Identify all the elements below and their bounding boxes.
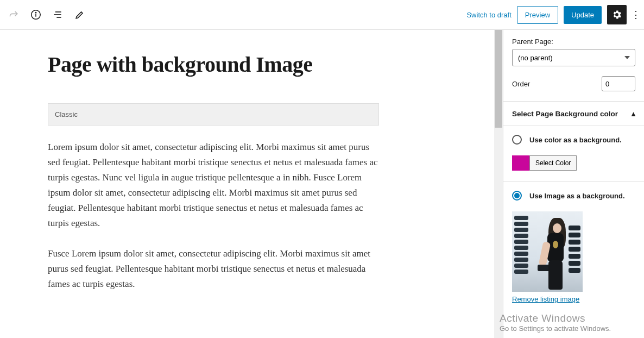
- use-image-label: Use Image as a background.: [529, 192, 625, 200]
- remove-image-link[interactable]: Remove listing image: [512, 295, 579, 303]
- bg-panel-title: Select Page Background color: [512, 110, 618, 118]
- settings-button[interactable]: [607, 5, 627, 24]
- parent-page-select-wrap: (no parent): [512, 49, 635, 66]
- page-title[interactable]: Page with background Image: [48, 52, 379, 77]
- editor-canvas[interactable]: Page with background Image Classic Lorem…: [0, 30, 494, 338]
- main-area: Page with background Image Classic Lorem…: [0, 30, 644, 338]
- parent-page-select[interactable]: (no parent): [512, 49, 635, 66]
- color-swatch[interactable]: [512, 155, 529, 171]
- topbar-right-actions: Switch to draft Preview Update ⋮: [466, 5, 640, 24]
- info-button[interactable]: [26, 5, 46, 24]
- use-color-radio[interactable]: [512, 135, 522, 145]
- preview-dumbbell-rack: [569, 226, 580, 280]
- preview-dumbbell-rack: [514, 216, 528, 286]
- page-attributes-panel: Parent Page: (no parent) Order: [503, 30, 644, 102]
- select-color-button[interactable]: Select Color: [529, 155, 577, 171]
- bg-color-section: Use color as a background. Select Color: [503, 126, 644, 182]
- order-row: Order: [512, 76, 635, 91]
- bg-image-section: Use Image as a background. Remove listin…: [503, 182, 644, 312]
- svg-point-2: [35, 12, 36, 13]
- topbar-left-tools: [4, 5, 89, 24]
- paragraph[interactable]: Lorem ipsum dolor sit amet, consectetur …: [48, 140, 379, 231]
- switch-to-draft-link[interactable]: Switch to draft: [466, 11, 511, 19]
- use-image-radio-row: Use Image as a background.: [512, 191, 635, 201]
- redo-button: [4, 5, 24, 24]
- classic-block-header[interactable]: Classic: [48, 103, 379, 126]
- body-text[interactable]: Lorem ipsum dolor sit amet, consectetur …: [48, 140, 379, 292]
- edit-button[interactable]: [70, 5, 89, 24]
- editor-topbar: Switch to draft Preview Update ⋮: [0, 0, 644, 30]
- radio-checked-icon: [514, 193, 520, 198]
- bg-image-preview[interactable]: [512, 211, 583, 292]
- parent-page-label: Parent Page:: [512, 37, 635, 46]
- scrollbar-thumb[interactable]: [495, 30, 502, 128]
- use-image-radio[interactable]: [512, 191, 522, 201]
- collapse-icon: ▴: [632, 109, 635, 118]
- use-color-radio-row: Use color as a background.: [512, 135, 635, 145]
- use-color-label: Use color as a background.: [529, 136, 622, 144]
- more-options-button[interactable]: ⋮: [632, 9, 640, 21]
- editor-scrollbar[interactable]: [494, 30, 503, 338]
- bg-panel-header[interactable]: Select Page Background color ▴: [503, 102, 644, 126]
- update-button[interactable]: Update: [564, 6, 602, 24]
- order-input[interactable]: [602, 76, 635, 91]
- order-label: Order: [512, 80, 530, 88]
- preview-person: [536, 218, 570, 290]
- preview-button[interactable]: Preview: [517, 6, 558, 24]
- paragraph[interactable]: Fusce Lorem ipsum dolor sit amet, consec…: [48, 246, 379, 292]
- color-picker-row: Select Color: [512, 155, 635, 171]
- outline-button[interactable]: [48, 5, 67, 24]
- settings-sidebar: Parent Page: (no parent) Order Select Pa…: [503, 30, 644, 338]
- editor-content: Page with background Image Classic Lorem…: [48, 52, 379, 292]
